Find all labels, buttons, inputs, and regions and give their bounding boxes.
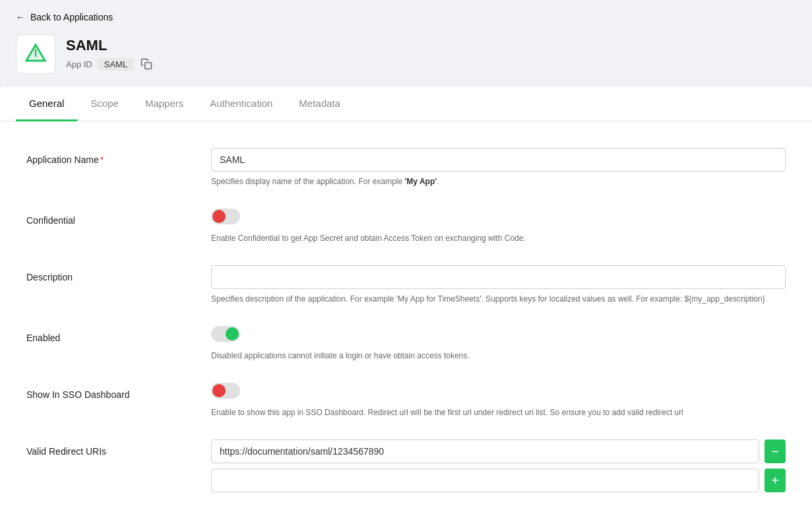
tab-mappers[interactable]: Mappers [132, 87, 197, 121]
application-name-label: Application Name* [26, 148, 211, 165]
content-area: Application Name* Specifies display name… [0, 121, 812, 522]
application-name-hint: Specifies display name of the applicatio… [211, 176, 786, 187]
tabs-container: General Scope Mappers Authentication Met… [0, 87, 812, 121]
confidential-hint: Enable Confidential to get App Secret an… [211, 232, 786, 244]
tab-scope[interactable]: Scope [77, 87, 132, 121]
toggle-knob-enabled [226, 327, 239, 341]
confidential-row: Confidential Enable Confidential to get … [26, 209, 786, 244]
uri-remove-button-0[interactable]: − [765, 440, 786, 463]
toggle-knob-sso [212, 384, 226, 397]
app-header: SAML App ID SAML [0, 34, 812, 87]
app-info: SAML App ID SAML [66, 37, 154, 71]
description-label: Description [26, 265, 211, 282]
sso-dashboard-label: Show In SSO Dashboard [26, 383, 211, 400]
description-row: Description Specifies description of the… [26, 265, 786, 305]
redirect-uris-label: Valid Redirect URIs [26, 440, 211, 457]
description-input[interactable] [211, 265, 786, 289]
app-id-badge: SAML [98, 58, 134, 71]
sso-hint: Enable to show this app in SSO Dashboard… [211, 407, 786, 418]
uri-row-0: − [211, 440, 786, 463]
enabled-label: Enabled [26, 326, 211, 343]
uri-input-0[interactable] [211, 440, 759, 463]
sso-toggle[interactable] [211, 383, 240, 399]
confidential-field: Enable Confidential to get App Secret an… [211, 209, 786, 244]
sso-dashboard-row: Show In SSO Dashboard Enable to show thi… [26, 383, 786, 418]
application-name-row: Application Name* Specifies display name… [26, 148, 786, 187]
required-indicator: * [100, 154, 104, 165]
back-to-applications[interactable]: ← Back to Applications [0, 0, 812, 34]
sso-toggle-wrap: Enable to show this app in SSO Dashboard… [211, 383, 786, 418]
description-field: Specifies description of the application… [211, 265, 786, 305]
saml-logo-icon [24, 42, 47, 66]
tab-metadata[interactable]: Metadata [286, 87, 354, 121]
enabled-hint: Disabled applications cannot initiate a … [211, 350, 786, 362]
back-arrow-icon: ← [16, 12, 25, 22]
confidential-toggle-wrap: Enable Confidential to get App Secret an… [211, 209, 786, 244]
confidential-label: Confidential [26, 209, 211, 226]
confidential-toggle[interactable] [211, 209, 240, 224]
copy-icon [141, 58, 152, 70]
tab-general[interactable]: General [16, 87, 77, 121]
app-id-row: App ID SAML [66, 57, 154, 71]
tab-authentication[interactable]: Authentication [197, 87, 286, 121]
uri-input-1[interactable] [211, 469, 759, 492]
description-hint: Specifies description of the application… [211, 293, 786, 305]
enabled-row: Enabled Disabled applications cannot ini… [26, 326, 786, 362]
enabled-toggle-wrap: Disabled applications cannot initiate a … [211, 326, 786, 362]
enabled-field: Disabled applications cannot initiate a … [211, 326, 786, 362]
enabled-toggle[interactable] [211, 326, 240, 342]
uri-add-button[interactable]: + [765, 469, 786, 492]
app-id-label: App ID [66, 59, 92, 69]
application-name-input[interactable] [211, 148, 786, 172]
back-nav-label: Back to Applications [30, 12, 113, 22]
redirect-uris-row: Valid Redirect URIs − + [26, 440, 786, 498]
svg-rect-3 [145, 63, 152, 69]
uri-row-1: + [211, 469, 786, 492]
app-name: SAML [66, 37, 154, 54]
toggle-knob [212, 210, 226, 223]
copy-id-button[interactable] [139, 57, 154, 71]
redirect-uris-field: − + [211, 440, 786, 498]
sso-dashboard-field: Enable to show this app in SSO Dashboard… [211, 383, 786, 418]
app-logo [16, 34, 55, 74]
application-name-field: Specifies display name of the applicatio… [211, 148, 786, 187]
